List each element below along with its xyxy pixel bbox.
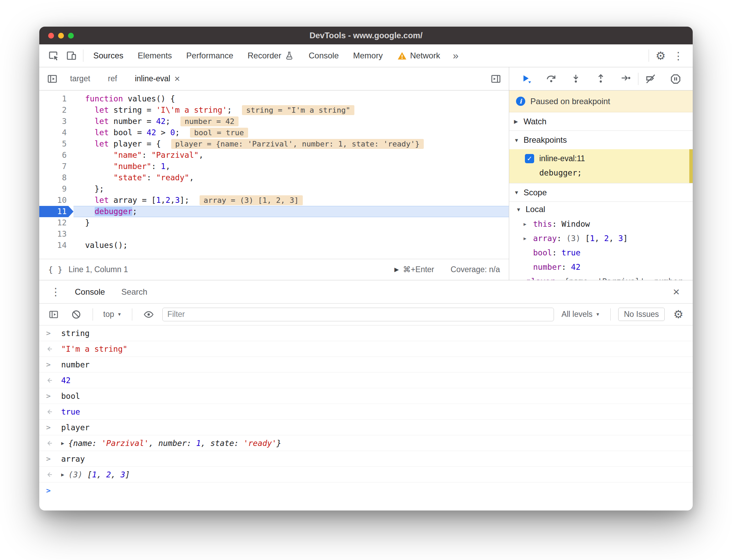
minimize-window-button[interactable] [58,33,64,39]
chevron-right-icon[interactable]: ▶ [524,221,533,227]
breakpoints-section-header[interactable]: ▼ Breakpoints [509,131,693,149]
step-over-button[interactable] [539,67,564,90]
code-line[interactable]: let string = 'I\'m a string';string = "I… [73,104,509,116]
file-tab-target[interactable]: target [61,67,99,90]
drawer-tab-search[interactable]: Search [121,287,147,297]
live-expression-button[interactable] [140,304,158,325]
chevron-down-icon[interactable]: ▼ [514,190,524,195]
line-number[interactable]: 7 [39,161,73,172]
console-output[interactable]: >string"I'm a string">number42>booltrue>… [39,325,693,510]
console-result-row[interactable]: 42 [39,373,693,388]
code-line[interactable]: }; [73,183,509,195]
deactivate-breakpoints-button[interactable] [638,67,663,90]
clear-console-button[interactable] [67,304,85,325]
focus-debuggee-button[interactable] [487,67,505,90]
line-number[interactable]: 12 [39,217,73,228]
console-result-row[interactable]: "I'm a string" [39,341,693,357]
console-input-row[interactable]: >player [39,420,693,435]
code-line[interactable]: let array = [1,2,3];array = (3) [1, 2, 3… [73,195,509,206]
scope-variable[interactable]: number: 42 [509,260,693,274]
log-level-selector[interactable]: All levels ▼ [559,310,603,319]
toggle-navigator-button[interactable] [43,67,61,90]
zoom-window-button[interactable] [68,33,74,39]
close-drawer-icon[interactable]: × [667,280,685,303]
console-input-row[interactable]: >string [39,325,693,341]
code-line[interactable]: let player = {player = {name: 'Parzival'… [73,138,509,150]
filter-input[interactable] [162,308,554,321]
code-line[interactable]: "name": "Parzival", [73,150,509,161]
tab-recorder[interactable]: Recorder [240,44,301,67]
line-number[interactable]: 4 [39,127,73,138]
code-line[interactable]: let number = 42;number = 42 [73,116,509,127]
resume-button[interactable] [514,67,539,90]
chevron-right-icon[interactable]: ▶ [524,236,533,241]
console-sidebar-button[interactable] [45,304,63,325]
context-selector[interactable]: top ▼ [100,310,124,319]
issues-counter[interactable]: No Issues [618,308,665,321]
chevron-down-icon[interactable]: ▼ [516,207,526,212]
drawer-tab-console[interactable]: Console [75,287,105,297]
expand-triangle-icon[interactable]: ▶ [61,440,64,446]
device-toolbar-button[interactable] [63,44,80,67]
code-line[interactable]: debugger; [73,206,509,217]
line-number[interactable]: 6 [39,150,73,161]
code-line[interactable]: values(); [73,240,509,251]
line-number[interactable]: 10 [39,195,73,206]
scope-variable[interactable]: ▶player: {name: 'Parzival', number: 1, s… [509,274,693,280]
close-tab-icon[interactable]: × [174,74,180,84]
tab-memory[interactable]: Memory [346,44,390,67]
breakpoint-checkbox[interactable]: ✓ [525,154,534,163]
console-result-row[interactable]: ▶{name: 'Parzival', number: 1, state: 'r… [39,435,693,451]
scope-variable[interactable]: ▶array: (3) [1, 2, 3] [509,231,693,246]
console-input-row[interactable]: >array [39,451,693,467]
inspect-element-button[interactable] [45,44,63,67]
step-into-button[interactable] [564,67,588,90]
line-number[interactable]: 14 [39,240,73,251]
code-line[interactable]: "number": 1, [73,161,509,172]
console-input-row[interactable]: >bool [39,388,693,404]
code-editor[interactable]: 1function values() {2 let string = 'I\'m… [39,90,509,259]
line-number[interactable]: 1 [39,93,73,104]
console-input-row[interactable]: >number [39,357,693,373]
code-line[interactable] [73,228,509,240]
breakpoint-entry[interactable]: ✓ inline-eval:11 debugger; [509,149,693,183]
console-result-row[interactable]: true [39,404,693,420]
scope-variable[interactable]: ▶this: Window [509,217,693,231]
line-number[interactable]: 9 [39,183,73,195]
tab-sources[interactable]: Sources [86,44,131,67]
settings-gear-icon[interactable]: ⚙ [652,44,669,67]
line-number[interactable]: 3 [39,116,73,127]
tab-console[interactable]: Console [301,44,346,67]
chevron-down-icon[interactable]: ▼ [514,137,524,143]
close-window-button[interactable] [48,33,54,39]
line-number[interactable]: 13 [39,228,73,240]
execution-line-number[interactable]: 11 [39,206,73,217]
scope-local-header[interactable]: ▼ Local [509,202,693,217]
step-button[interactable] [613,67,638,90]
line-number[interactable]: 5 [39,138,73,150]
chevron-right-icon[interactable]: ▶ [514,118,524,125]
code-line[interactable]: let bool = 42 > 0;bool = true [73,127,509,138]
file-tab-ref[interactable]: ref [99,67,126,90]
tab-performance[interactable]: Performance [179,44,240,67]
scope-section-header[interactable]: ▼ Scope [509,183,693,202]
pause-on-exceptions-button[interactable] [663,67,688,90]
tab-elements[interactable]: Elements [131,44,179,67]
step-out-button[interactable] [588,67,613,90]
titlebar[interactable]: DevTools - www.google.com/ [39,27,693,44]
expand-triangle-icon[interactable]: ▶ [61,472,64,478]
main-menu-kebab-icon[interactable]: ⋮ [669,44,687,67]
console-result-row[interactable]: ▶(3) [1, 2, 3] [39,467,693,482]
code-line[interactable]: "state": "ready", [73,172,509,183]
line-number[interactable]: 2 [39,104,73,116]
console-settings-gear-icon[interactable]: ⚙ [669,304,687,325]
tab-network[interactable]: Network [390,44,447,67]
scope-variable[interactable]: bool: true [509,246,693,260]
code-line[interactable]: } [73,217,509,228]
watch-section-header[interactable]: ▶ Watch [509,112,693,131]
code-line[interactable]: function values() { [73,93,509,104]
line-number[interactable]: 8 [39,172,73,183]
drawer-menu-kebab-icon[interactable]: ⋮ [47,280,65,303]
file-tab-inline-eval[interactable]: inline-eval× [126,67,189,90]
coverage-status[interactable]: Coverage: n/a [451,265,500,274]
